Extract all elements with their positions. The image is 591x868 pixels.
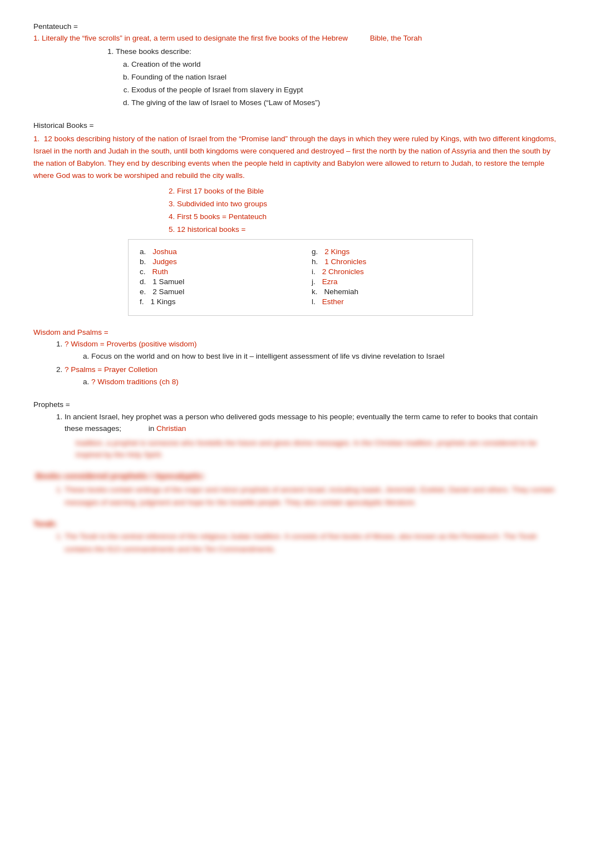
- wisdom-item: ? Wisdom = Proverbs (positive wisdom) Fo…: [65, 339, 558, 363]
- historical-num-item: First 17 books of the Bible: [177, 186, 558, 197]
- blurred-section2-heading: Torah:: [33, 519, 558, 528]
- wisdom-sub-item: Focus on the world and on how to best li…: [91, 351, 558, 362]
- describe-sub-item: The giving of the law of Israel to Moses…: [131, 97, 558, 108]
- describe-sub-item: Founding of the nation Israel: [131, 72, 558, 83]
- historical-section: Historical Books = 1. 12 books describin…: [33, 121, 558, 316]
- describe-sublist: Creation of the world Founding of the na…: [116, 59, 558, 109]
- wisdom-heading: Wisdom and Psalms =: [33, 328, 558, 336]
- book-item: f.1 Kings: [140, 297, 289, 306]
- book-item: j.Ezra: [312, 277, 461, 286]
- prophets-heading: Prophets =: [33, 400, 558, 409]
- book-item: i.2 Chronicles: [312, 267, 461, 276]
- book-item: c.Ruth: [140, 267, 289, 276]
- describe-sub-item: Exodus of the people of Israel from slav…: [131, 85, 558, 96]
- books-table: a.Joshua b.Judges c.Ruth d.1 Samuel e.2 …: [128, 239, 473, 316]
- historical-num-item: First 5 books = Pentateuch: [177, 211, 558, 222]
- psalms-sub-item: ? Wisdom traditions (ch 8): [91, 376, 558, 388]
- blurred-list2: The Torah is the central reference of th…: [49, 530, 558, 556]
- describe-sub-item: Creation of the world: [131, 59, 558, 70]
- blurred-item: These books contain writings of the majo…: [65, 484, 558, 509]
- book-item: a.Joshua: [140, 247, 289, 256]
- wisdom-section: Wisdom and Psalms = ? Wisdom = Proverbs …: [33, 328, 558, 388]
- book-item: l.Esther: [312, 297, 461, 306]
- wisdom-list: ? Wisdom = Proverbs (positive wisdom) Fo…: [49, 339, 558, 388]
- book-item: k.Nehemiah: [312, 287, 461, 296]
- pentateuch-heading: Pentateuch =: [33, 22, 558, 31]
- pentateuch-point1: 1. Literally the “five scrolls” in great…: [33, 33, 558, 44]
- prophets-item: In ancient Israel, hey prophet was a per…: [65, 411, 558, 461]
- psalms-item: ? Psalms = Prayer Colletion ? Wisdom tra…: [65, 364, 558, 388]
- book-item: e.2 Samuel: [140, 287, 289, 296]
- blurred-item2: The Torah is the central reference of th…: [65, 530, 558, 556]
- book-item: h.1 Chronicles: [312, 257, 461, 266]
- describe-list: These books describe: Creation of the wo…: [100, 46, 558, 108]
- historical-heading: Historical Books =: [33, 121, 558, 130]
- books-right-col: g.2 Kings h.1 Chronicles i.2 Chronicles …: [301, 245, 472, 310]
- blurred-list: These books contain writings of the majo…: [49, 484, 558, 509]
- book-item: d.1 Samuel: [140, 277, 289, 286]
- prophets-blurred-text1: tradition, a prophet is someone who fore…: [76, 437, 558, 461]
- describe-item: These books describe: Creation of the wo…: [116, 46, 558, 108]
- pentateuch-section: Pentateuch = 1. Literally the “five scro…: [33, 22, 558, 109]
- historical-num-item: 12 historical books =: [177, 224, 558, 235]
- historical-point1: 1. 12 books describing history of the na…: [33, 133, 558, 182]
- prophets-section: Prophets = In ancient Israel, hey prophe…: [33, 400, 558, 556]
- historical-num-item: Subdivided into two groups: [177, 199, 558, 210]
- historical-numbered-list: First 17 books of the Bible Subdivided i…: [161, 186, 558, 236]
- prophets-list: In ancient Israel, hey prophet was a per…: [49, 411, 558, 461]
- books-left-col: a.Joshua b.Judges c.Ruth d.1 Samuel e.2 …: [129, 245, 301, 310]
- blurred-section-heading: Books considered prophetic / Apocalyptic…: [36, 471, 558, 480]
- book-item: g.2 Kings: [312, 247, 461, 256]
- book-item: b.Judges: [140, 257, 289, 266]
